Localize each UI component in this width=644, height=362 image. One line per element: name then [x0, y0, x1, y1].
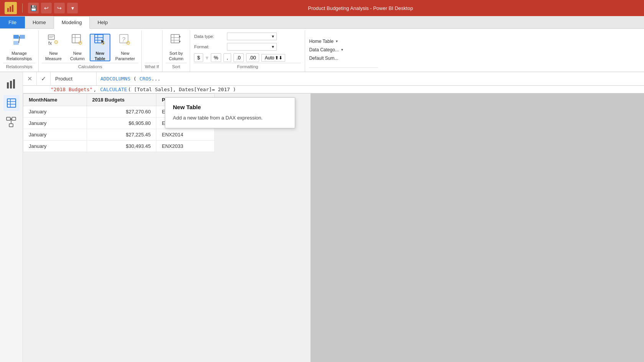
new-table-icon: ⚙: [94, 33, 107, 50]
format-label: Format:: [194, 44, 225, 49]
cell-budget-4: $30,493.45: [87, 141, 156, 152]
whatif-group-label: What If: [145, 63, 159, 70]
sort-by-column-button[interactable]: Sort by Column: [166, 34, 187, 61]
sidebar-icon-report[interactable]: [3, 76, 20, 92]
save-button[interactable]: 💾: [28, 3, 39, 13]
format-dropdown[interactable]: ▾: [227, 43, 277, 51]
title-separator: [22, 3, 23, 13]
home-table-caret: ▾: [336, 39, 338, 43]
formula-cancel-button[interactable]: ✕: [23, 72, 37, 86]
dollar-format-button[interactable]: $: [194, 53, 203, 62]
dax-calc-args: ( [Total Sales], Dates[Year]= 2017 ): [128, 87, 236, 92]
auto-box[interactable]: Auto ⬆⬇: [261, 54, 286, 62]
home-table-label: Home Table: [309, 39, 334, 44]
col-2018budgets: 2018 Budgets: [87, 94, 156, 106]
ribbon: Manage Relationships Relationships ⚙ fx …: [0, 29, 644, 72]
svg-rect-35: [13, 79, 15, 88]
new-measure-label: New Measure: [45, 51, 62, 62]
svg-line-8: [19, 37, 20, 43]
format-icon-separator: ▾: [205, 54, 209, 61]
new-measure-button[interactable]: ⚙ fx New Measure: [42, 34, 65, 61]
data-category-row: Data Catego... ▾: [309, 46, 378, 53]
datatype-row: Data type: ▾: [194, 32, 277, 41]
tab-home[interactable]: Home: [25, 16, 54, 28]
ribbon-items-whatif: [145, 32, 159, 63]
cell-pid-3: ENX2014: [156, 129, 215, 141]
formula-line2: "2018 Budgets" , CALCULATE ( [Total Sale…: [23, 86, 644, 93]
tab-file[interactable]: File: [0, 16, 25, 28]
cell-month-1: January: [23, 106, 87, 118]
new-measure-icon: ⚙ fx: [47, 33, 60, 50]
tab-help[interactable]: Help: [90, 16, 115, 28]
svg-rect-34: [10, 81, 12, 88]
svg-rect-42: [9, 124, 13, 127]
svg-text:fx: fx: [48, 41, 52, 46]
comma-format-button[interactable]: ,: [223, 53, 231, 62]
datatype-caret: ▾: [272, 34, 274, 39]
window-title: Product Budgeting Analysis - Power BI De…: [82, 5, 639, 11]
tooltip-description: Add a new table from a DAX expression.: [173, 114, 287, 122]
svg-rect-33: [7, 82, 9, 88]
data-category-label: Data Catego...: [309, 47, 338, 52]
decimal-decrease-button[interactable]: .00: [246, 53, 259, 62]
dax-open: (: [130, 76, 139, 82]
sidebar-icon-model[interactable]: [3, 114, 20, 130]
customize-button[interactable]: ▾: [67, 3, 78, 13]
ribbon-group-hometable: Home Table ▾ Data Catego... ▾ Default Su…: [305, 30, 382, 72]
ribbon-group-formatting: Data type: ▾ Format: ▾ $ ▾ % , .0 .00: [190, 30, 305, 72]
datatype-dropdown[interactable]: ▾: [227, 33, 277, 40]
manage-relationships-button[interactable]: Manage Relationships: [3, 34, 35, 61]
right-gray-area: [310, 93, 644, 362]
format-caret: ▾: [272, 44, 274, 49]
ribbon-items-sort: Sort by Column: [166, 32, 187, 63]
dax-addcolumns: ADDCOLUMNS: [100, 76, 130, 82]
hometable-group-label: [309, 67, 378, 70]
dax-cros: CROS: [140, 76, 151, 82]
main-area: ✕ ✓ Product ADDCOLUMNS ( CROS ... "2018 …: [0, 72, 644, 362]
title-actions: 💾 ↩ ↪ ▾: [28, 3, 78, 13]
decimal-increase-button[interactable]: .0: [233, 53, 244, 62]
formula-confirm-button[interactable]: ✓: [37, 72, 51, 86]
new-column-label: New Column: [70, 51, 85, 62]
ribbon-group-whatif: What If: [142, 30, 162, 72]
sort-by-column-label: Sort by Column: [169, 51, 184, 62]
formatting-group-label: Formatting: [194, 63, 301, 70]
format-row: Format: ▾: [194, 42, 277, 51]
dax-2018-budgets: "2018 Budgets": [51, 87, 93, 92]
content-area: ✕ ✓ Product ADDCOLUMNS ( CROS ... "2018 …: [23, 72, 644, 362]
new-table-button[interactable]: ⚙ New Table: [90, 34, 110, 61]
table-name-text: Product: [55, 76, 72, 82]
new-parameter-button[interactable]: ? ⚙ New Parameter: [112, 34, 138, 61]
cell-month-3: January: [23, 129, 87, 141]
redo-button[interactable]: ↪: [54, 3, 65, 13]
sort-by-column-icon: [170, 33, 183, 50]
sort-group-label: Sort: [166, 63, 187, 70]
svg-rect-5: [20, 35, 25, 39]
confirm-icon: ✓: [41, 75, 46, 82]
tab-modeling[interactable]: Modeling: [54, 16, 90, 29]
svg-rect-27: [171, 34, 179, 43]
sidebar: [0, 72, 23, 362]
svg-rect-36: [7, 99, 16, 107]
relationships-group-label: Relationships: [3, 63, 35, 70]
new-parameter-icon: ? ⚙: [118, 33, 131, 50]
formula-bar: ✕ ✓ Product ADDCOLUMNS ( CROS ...: [23, 72, 644, 86]
undo-button[interactable]: ↩: [41, 3, 52, 13]
svg-text:⚙: ⚙: [54, 39, 59, 45]
ribbon-group-relationships: Manage Relationships Relationships: [0, 30, 39, 72]
percent-format-button[interactable]: %: [211, 53, 222, 62]
format-icons-row: $ ▾ % , .0 .00 Auto ⬆⬇: [194, 52, 285, 63]
ribbon-group-sort: Sort by Column Sort: [163, 30, 191, 72]
table-container[interactable]: MonthName 2018 Budgets Product ID Januar…: [23, 93, 310, 362]
title-bar: 💾 ↩ ↪ ▾ Product Budgeting Analysis - Pow…: [0, 0, 644, 16]
svg-rect-6: [13, 41, 19, 45]
svg-text:⚙: ⚙: [78, 40, 83, 46]
ribbon-items-relationships: Manage Relationships: [3, 32, 35, 63]
sidebar-icon-data[interactable]: [3, 95, 20, 111]
svg-rect-2: [10, 7, 11, 12]
new-column-button[interactable]: ⚙ New Column: [67, 34, 88, 61]
ribbon-items-calculations: ⚙ fx New Measure ⚙ New Column: [42, 32, 138, 63]
cell-budget-2: $6,905.80: [87, 118, 156, 129]
svg-text:?: ?: [122, 36, 125, 43]
calculations-group-label: Calculations: [42, 63, 138, 70]
